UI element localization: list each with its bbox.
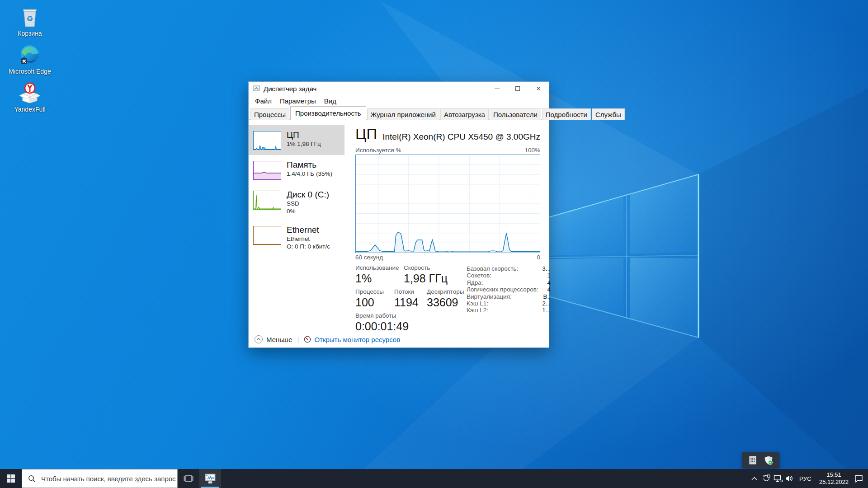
close-button[interactable]: ✕ — [528, 82, 549, 95]
cpu-heading: ЦП — [355, 126, 377, 142]
stat-speed-label: Скорость — [404, 264, 448, 272]
sidebar-disk-title: Диск 0 (C:) — [287, 190, 329, 200]
detail-l2-value: 1... — [542, 307, 551, 314]
chart-y-max-label: 100% — [524, 147, 540, 154]
desktop-icon-edge[interactable]: Microsoft Edge — [8, 42, 52, 80]
recycle-bin-icon: ♻ — [19, 6, 41, 28]
detail-base-speed-value: 3... — [542, 265, 551, 272]
yandex-box-icon — [19, 82, 41, 104]
detail-logical-label: Логических процессоров: — [467, 286, 538, 293]
search-icon — [28, 475, 36, 483]
cpu-pane: ЦП Intel(R) Xeon(R) CPU X5450 @ 3.00GHz … — [344, 120, 549, 331]
stat-threads-value: 1194 — [394, 296, 427, 309]
detail-sockets-value: 1 — [547, 272, 551, 279]
footer-separator: | — [297, 336, 299, 343]
maximize-button[interactable] — [507, 82, 528, 95]
tray-clock[interactable]: 15:51 25.12.2022 — [815, 471, 853, 486]
chevron-up-circle-icon — [255, 335, 263, 343]
stat-uptime-label: Время работы — [355, 312, 409, 319]
tray-show-hidden-icons-button[interactable] — [749, 469, 760, 488]
tray-overflow-flyout — [742, 452, 779, 468]
chart-x-right-label: 0 — [537, 254, 540, 261]
menu-file[interactable]: Файл — [251, 96, 276, 106]
detail-virtualization-label: Виртуализация: — [467, 293, 512, 300]
sidebar-ethernet-name: Ethernet — [287, 235, 330, 243]
tray-language-indicator[interactable]: РУС — [796, 475, 815, 482]
tab-details[interactable]: Подробности — [542, 108, 591, 120]
stat-processes-value: 100 — [355, 296, 394, 309]
minimize-icon — [495, 89, 500, 89]
cpu-mini-chart — [253, 131, 281, 150]
app-icon — [253, 85, 260, 92]
disk-mini-chart — [253, 191, 281, 210]
fewer-details-button[interactable]: Меньше — [255, 335, 292, 343]
menu-options[interactable]: Параметры — [276, 96, 320, 106]
sidebar-ethernet-rate: О: 0 П: 0 кбит/с — [287, 243, 330, 250]
sidebar-disk-usage: 0% — [287, 207, 329, 215]
desktop-icon-label: Корзина — [8, 30, 52, 37]
detail-cores-value: 4 — [547, 279, 551, 286]
desktop-icon-recycle-bin[interactable]: ♻ Корзина — [8, 4, 52, 42]
taskbar-task-manager-button[interactable] — [199, 469, 221, 488]
chevron-up-icon — [751, 477, 757, 480]
windows-defender-icon[interactable] — [764, 456, 773, 465]
system-tray: РУС 15:51 25.12.2022 — [749, 469, 868, 488]
tab-startup[interactable]: Автозагрузка — [440, 108, 489, 120]
speaker-icon — [785, 475, 794, 482]
task-view-icon — [184, 474, 193, 483]
fewer-details-label: Меньше — [266, 336, 292, 343]
cpu-usage-chart — [355, 155, 540, 253]
desktop-icon-yandexfull[interactable]: YandexFull — [8, 80, 52, 117]
sidebar-memory-title: Память — [287, 160, 332, 170]
taskbar: Чтобы начать поиск, введите здесь запрос — [0, 469, 868, 488]
sidebar-item-memory[interactable]: Память 1,4/4,0 ГБ (35%) — [249, 155, 344, 185]
menu-view[interactable]: Вид — [320, 96, 340, 106]
stat-handles-label: Дескрипторы — [427, 288, 464, 296]
sidebar-item-disk[interactable]: Диск 0 (C:) SSD 0% — [249, 185, 344, 220]
tray-date: 25.12.2022 — [819, 479, 849, 486]
tab-processes[interactable]: Процессы — [250, 108, 289, 120]
sidebar-ethernet-title: Ethernet — [287, 225, 330, 235]
action-center-icon — [854, 475, 863, 483]
maximize-icon — [515, 86, 520, 91]
tray-grid-app-icon[interactable] — [749, 456, 757, 465]
window-title: Диспетчер задач — [264, 85, 316, 93]
start-button[interactable] — [0, 469, 22, 488]
tab-performance[interactable]: Производительность — [290, 106, 366, 120]
titlebar[interactable]: Диспетчер задач ✕ — [249, 82, 549, 95]
detail-cores-label: Ядра: — [467, 279, 483, 286]
desktop: ♻ Корзина Microsoft Edge — [0, 0, 868, 488]
windows-logo-icon — [7, 474, 15, 483]
tab-app-history[interactable]: Журнал приложений — [367, 108, 439, 120]
tab-services[interactable]: Службы — [592, 108, 625, 120]
cpu-header: ЦП Intel(R) Xeon(R) CPU X5450 @ 3.00GHz — [355, 126, 540, 142]
sidebar-item-ethernet[interactable]: Ethernet Ethernet О: 0 П: 0 кбит/с — [249, 220, 344, 255]
detail-virtualization-value: В.. — [543, 293, 551, 300]
stat-processes-label: Процессы — [355, 288, 394, 296]
tray-update-icon[interactable] — [760, 469, 772, 488]
ethernet-mini-chart — [253, 226, 281, 245]
action-center-button[interactable] — [853, 469, 864, 488]
tray-time: 15:51 — [819, 471, 849, 479]
tab-users[interactable]: Пользователи — [490, 108, 541, 120]
detail-logical-value: 4 — [547, 286, 551, 293]
desktop-icon-label: YandexFull — [8, 106, 52, 113]
task-view-button[interactable] — [178, 469, 199, 488]
cpu-details: Базовая скорость:3... Сокетов:1 Ядра:4 Л… — [467, 264, 551, 336]
detail-l1-value: 2... — [542, 300, 551, 307]
open-resource-monitor-link[interactable]: Открыть монитор ресурсов — [304, 336, 400, 343]
ethernet-network-icon — [774, 475, 783, 483]
search-placeholder: Чтобы начать поиск, введите здесь запрос — [41, 475, 176, 483]
sidebar-item-cpu[interactable]: ЦП 1% 1,98 ГГц — [249, 125, 344, 155]
minimize-button[interactable] — [486, 82, 507, 95]
stat-utilization-label: Использование — [355, 264, 404, 272]
stat-utilization-value: 1% — [355, 272, 404, 285]
sidebar-cpu-title: ЦП — [287, 130, 321, 140]
detail-l2-label: Кэш L2: — [467, 307, 488, 314]
taskbar-empty-area — [221, 469, 749, 488]
performance-sidebar: ЦП 1% 1,98 ГГц Память 1,4/4,0 ГБ (35%) Д… — [249, 120, 344, 331]
tray-volume-icon[interactable] — [784, 469, 796, 488]
tray-network-icon[interactable] — [772, 469, 784, 488]
taskbar-search-input[interactable]: Чтобы начать поиск, введите здесь запрос — [22, 469, 178, 488]
edge-icon — [19, 44, 41, 66]
